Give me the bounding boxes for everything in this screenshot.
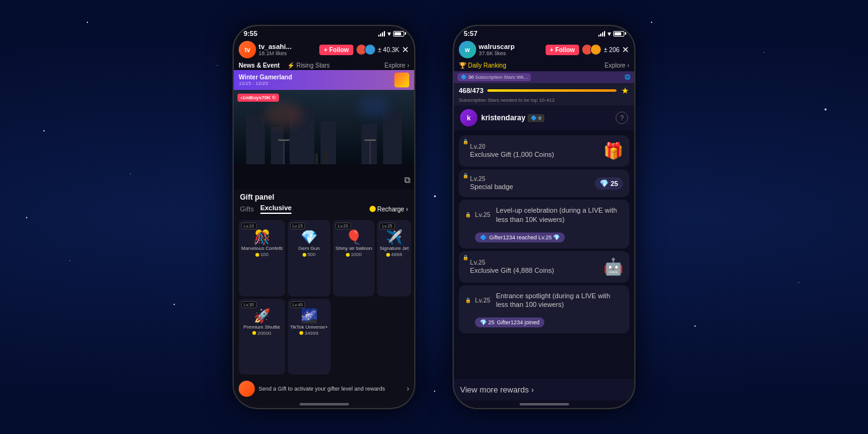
gift-emoji-1: 💎	[301, 231, 317, 244]
left-avatar: tv	[239, 41, 256, 58]
gift-price-5: 34999	[299, 330, 318, 336]
reward-level-1: Lv.25	[470, 175, 590, 182]
right-explore-button[interactable]: Explore ›	[604, 62, 629, 69]
signal-icon	[378, 30, 385, 37]
building-5	[383, 112, 402, 164]
sub-stars-badge: 🔷 36 Subscription Stars Wk...	[458, 73, 531, 81]
gift-name-3: Signature Jet	[379, 246, 409, 251]
gift-item-2[interactable]: Lv.20 🎈 Shiny air balloon 1000	[333, 220, 374, 296]
gift-grid: Lv.10 🎊 Marvelous Confetti 100 Lv.15 💎 G…	[234, 218, 414, 377]
glow-1	[265, 102, 302, 127]
diamond-icon-1: 💎	[600, 179, 609, 188]
lock-icon-4: 🔒	[465, 298, 471, 303]
left-explore-button[interactable]: Explore ›	[384, 62, 409, 69]
sub-badge-text-4: Gifter1234 joined	[497, 319, 540, 326]
gift-panel-title: Gift panel	[234, 189, 414, 204]
right-viewer-avatar-2	[590, 44, 601, 55]
reward-badge-count-1: 25	[611, 180, 618, 187]
reward-level-2: Lv.25	[475, 211, 492, 218]
light-1	[283, 140, 285, 164]
left-status-bar: 9:55 ▾	[234, 26, 414, 38]
right-header-info: walruscarp 37.6K likes	[479, 43, 543, 56]
gift-tab-gifts[interactable]: Gifts	[240, 205, 254, 213]
rewards-header: k kristendaray 🔷 0 ?	[454, 105, 634, 130]
bottom-arrow[interactable]: ›	[407, 384, 409, 393]
banner-title: Winter Gamerland	[239, 74, 392, 81]
reward-name-2: Level-up celebration (during a LIVE with…	[496, 206, 623, 224]
left-close-button[interactable]: ✕	[402, 45, 409, 55]
progress-row: 468/473 ★	[459, 86, 629, 95]
star-icon: ★	[621, 86, 629, 95]
left-nav-tab-rising[interactable]: ⚡ Rising Stars	[287, 62, 330, 69]
gift-item-1[interactable]: Lv.15 💎 Gem Gun 500	[288, 220, 330, 296]
rewards-level-badge: 🔷 0	[528, 114, 544, 122]
right-likes: 37.6K likes	[479, 50, 543, 56]
reward-emoji-0: 🎁	[603, 141, 623, 161]
gift-item-3[interactable]: Lv.25 ✈️ Signature Jet 4888	[377, 220, 411, 296]
lock-icon-2: 🔒	[465, 212, 471, 218]
progress-section: 468/473 ★ Subscription Stars needed to b…	[454, 83, 634, 105]
left-bottom-bar: Send a Gift to activate your gifter leve…	[234, 377, 414, 401]
view-more-rewards-button[interactable]: View more rewards ›	[454, 379, 634, 401]
reward-item-3: 🔒 Lv.25 Exclusive Gift (4,888 Coins) 🤖	[459, 251, 629, 283]
right-close-button[interactable]: ✕	[622, 45, 629, 55]
help-icon[interactable]: ?	[616, 112, 628, 124]
gift-item-0[interactable]: Lv.10 🎊 Marvelous Confetti 100	[239, 220, 285, 296]
gift-tab-exclusive[interactable]: Exclusive	[260, 204, 292, 214]
reward-level-4: Lv.25	[475, 297, 492, 304]
glow-2	[358, 96, 389, 118]
reward-level-0: Lv.20	[470, 143, 598, 150]
viewer-avatar-2	[365, 44, 376, 55]
sub-badge-count-4: 💎 25	[480, 319, 495, 326]
right-follow-button[interactable]: + Follow	[546, 45, 579, 55]
left-header: tv tv_asahi... 18.1M likes + Follow ± 40…	[234, 38, 414, 61]
gift-price-1: 500	[303, 252, 316, 257]
gift-price-0: 100	[255, 252, 268, 257]
copy-icon: ⧉	[404, 175, 410, 185]
progress-numbers: 468/473	[459, 87, 484, 94]
gift-level-5: Lv.40	[290, 301, 306, 308]
left-follow-button[interactable]: + Follow	[319, 45, 353, 55]
left-phone: 9:55 ▾ tv tv_asahi... 18.1M likes	[232, 25, 415, 409]
gift-item-5[interactable]: Lv.40 🌌 TikTok Universe+ 34999	[288, 299, 330, 375]
gift-level-3: Lv.25	[379, 223, 395, 229]
gift-item-4[interactable]: Lv.30 🚀 Premium Shuttle 20000	[239, 299, 285, 375]
gift-emoji-2: 🎈	[345, 231, 362, 244]
building-2	[271, 127, 283, 164]
building-4	[321, 121, 336, 164]
left-nav-tab-news[interactable]: News & Event	[239, 62, 280, 69]
right-viewer-avatars	[582, 44, 601, 55]
right-home-indicator	[520, 403, 569, 405]
gift-level-2: Lv.20	[335, 223, 351, 229]
lock-icon-3: 🔒	[463, 255, 469, 260]
reward-name-1: Special badge	[470, 182, 590, 191]
reward-level-3: Lv.25	[470, 259, 598, 266]
right-ranking-tab[interactable]: 🏆 Daily Ranking	[459, 62, 506, 69]
left-viewers: ± 40.3K	[378, 46, 399, 53]
recharge-button[interactable]: Recharge ›	[370, 206, 408, 213]
building-1	[246, 115, 265, 164]
gift-price-3: 4888	[386, 252, 402, 257]
banner-dates: 12/15 - 12/23	[239, 81, 392, 86]
lock-icon-1: 🔒	[463, 173, 469, 179]
progress-label: Subscription Stars needed to be top 10-4…	[459, 97, 629, 103]
bottom-avatar	[239, 381, 255, 397]
video-scene	[234, 90, 414, 189]
stars-background	[0, 0, 868, 434]
gift-level-4: Lv.30	[241, 301, 257, 308]
right-wifi-icon: ▾	[608, 30, 611, 37]
gift-name-0: Marvelous Confetti	[241, 246, 283, 251]
left-banner: Winter Gamerland 12/15 - 12/23	[234, 70, 414, 90]
left-nav-tabs: News & Event ⚡ Rising Stars Explore ›	[234, 61, 414, 70]
rewards-username: kristendaray	[481, 113, 525, 122]
coin-icon	[370, 206, 376, 212]
right-phone: 5:57 ▾ w walruscarp 37.6K likes	[453, 25, 636, 409]
live-badge: •1mBuys70K ©	[237, 94, 279, 102]
sub-stars-bar: 🔷 36 Subscription Stars Wk... 🌐	[454, 71, 634, 83]
rewards-panel: k kristendaray 🔷 0 ? 🔒 Lv.20 Exclusive G…	[454, 105, 634, 408]
view-more-text: View more rewards ›	[460, 385, 534, 394]
gift-emoji-3: ✈️	[386, 231, 402, 244]
gift-level-0: Lv.10	[241, 223, 257, 229]
right-username: walruscarp	[479, 43, 543, 50]
reward-badge-1: 💎 25	[595, 177, 623, 190]
